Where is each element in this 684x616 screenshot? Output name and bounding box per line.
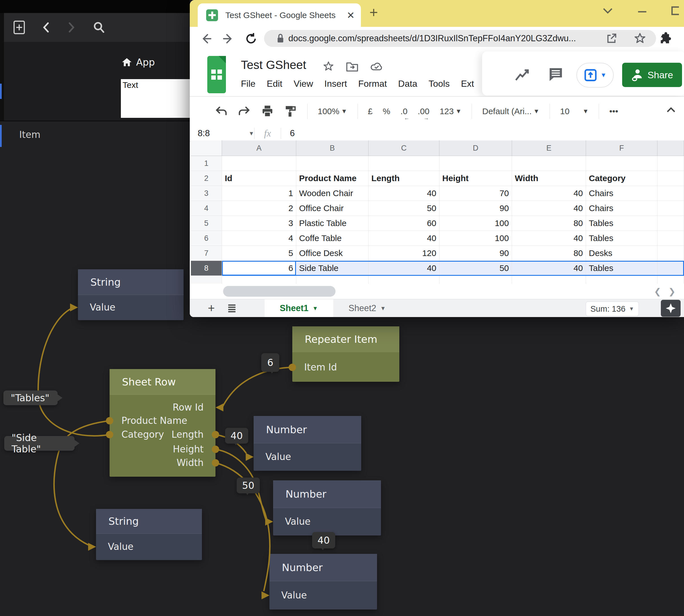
- share-page-icon[interactable]: [605, 32, 618, 45]
- cell-B7[interactable]: Office Desk: [296, 246, 368, 261]
- cell-G3[interactable]: [658, 186, 684, 201]
- name-box[interactable]: 8:8 ▼: [190, 128, 254, 138]
- cell-E[interactable]: [512, 276, 586, 284]
- comments-icon[interactable]: [548, 66, 564, 83]
- cell-C3[interactable]: 40: [368, 186, 439, 201]
- cell-D5[interactable]: 100: [439, 216, 512, 231]
- port-value[interactable]: Value: [273, 515, 381, 528]
- column-header-E[interactable]: E: [512, 140, 586, 156]
- menu-tools[interactable]: Tools: [428, 79, 450, 89]
- increase-decimals-button[interactable]: .00→: [418, 107, 430, 116]
- cell-D8[interactable]: 50: [439, 261, 512, 276]
- undo-icon[interactable]: [214, 105, 228, 117]
- row-header-7[interactable]: 7: [191, 246, 222, 261]
- sheet-tab-sheet2[interactable]: Sheet2▼: [333, 299, 401, 317]
- text-widget-preview[interactable]: Text: [121, 79, 191, 118]
- cell-E3[interactable]: 40: [512, 186, 586, 201]
- cell-D2[interactable]: Height: [439, 171, 512, 186]
- port-product-name[interactable]: Product Name: [110, 415, 215, 427]
- sheet-tab-sheet1[interactable]: Sheet1▼: [265, 299, 333, 317]
- cell-B3[interactable]: Wooden Chair: [296, 186, 368, 201]
- column-header-G[interactable]: [658, 140, 684, 156]
- cell-G2[interactable]: [658, 171, 684, 186]
- nav-back-icon[interactable]: [199, 32, 212, 45]
- insights-trend-icon[interactable]: [514, 67, 531, 83]
- cell-G1[interactable]: [658, 156, 684, 171]
- sheets-logo-icon[interactable]: [207, 56, 226, 93]
- node-sheet-row[interactable]: Sheet RowRow IdProduct NameCategoryLengt…: [110, 369, 215, 477]
- cell-B8[interactable]: Side Table: [296, 261, 368, 276]
- omnibox[interactable]: docs.google.com/spreadsheets/d/1D3IRuxIl…: [264, 30, 656, 47]
- print-icon[interactable]: [261, 105, 274, 118]
- port-row-id[interactable]: Row Id: [110, 401, 215, 414]
- menu-format[interactable]: Format: [358, 79, 387, 89]
- node-number-length[interactable]: NumberValue: [254, 416, 361, 471]
- format-percent-button[interactable]: %: [383, 107, 390, 116]
- cell-F[interactable]: [586, 276, 658, 284]
- port-item-id[interactable]: Item Id: [292, 361, 399, 374]
- cell-D4[interactable]: 90: [439, 201, 512, 216]
- app-breadcrumb[interactable]: App: [121, 57, 155, 68]
- row-header-5[interactable]: 5: [191, 216, 222, 231]
- port-height[interactable]: Height: [110, 443, 215, 456]
- row-header-3[interactable]: 3: [191, 186, 222, 201]
- cell-C[interactable]: [368, 276, 439, 284]
- collapse-toolbar-icon[interactable]: [665, 104, 677, 116]
- cell-G7[interactable]: [658, 246, 684, 261]
- cell-F4[interactable]: Chairs: [586, 201, 658, 216]
- move-folder-icon[interactable]: [346, 61, 359, 72]
- cell-E1[interactable]: [512, 156, 586, 171]
- component-list-item[interactable]: Item: [0, 127, 186, 142]
- cell-A1[interactable]: [222, 156, 296, 171]
- node-string-top[interactable]: StringValue: [78, 269, 184, 320]
- format-currency-button[interactable]: £: [368, 107, 373, 116]
- cell-D3[interactable]: 70: [439, 186, 512, 201]
- cell-C5[interactable]: 60: [368, 216, 439, 231]
- cell-A4[interactable]: 2: [222, 201, 296, 216]
- cell-E8[interactable]: 40: [512, 261, 586, 276]
- cell-B1[interactable]: [296, 156, 368, 171]
- cell-D6[interactable]: 100: [439, 231, 512, 246]
- scroll-left-icon[interactable]: ❮: [654, 287, 661, 296]
- cell-C7[interactable]: 120: [368, 246, 439, 261]
- forward-icon[interactable]: [67, 21, 76, 34]
- cell-F8[interactable]: Tables: [586, 261, 658, 276]
- menu-view[interactable]: View: [294, 79, 313, 89]
- cell-B[interactable]: [296, 276, 368, 284]
- cell-G[interactable]: [658, 276, 684, 284]
- share-button[interactable]: Share: [622, 63, 682, 87]
- menu-edit[interactable]: Edit: [267, 79, 282, 89]
- back-icon[interactable]: [41, 21, 51, 34]
- cell-B4[interactable]: Office Chair: [296, 201, 368, 216]
- decrease-decimals-button[interactable]: .0←: [401, 107, 408, 116]
- port-value[interactable]: Value: [78, 301, 184, 314]
- cell-E5[interactable]: 80: [512, 216, 586, 231]
- column-header-D[interactable]: D: [439, 140, 512, 156]
- nav-forward-icon[interactable]: [222, 32, 235, 45]
- explore-button[interactable]: [661, 300, 681, 317]
- cell-D1[interactable]: [439, 156, 512, 171]
- nav-reload-icon[interactable]: [245, 32, 257, 45]
- horizontal-scrollbar[interactable]: [223, 286, 336, 297]
- tab-close-icon[interactable]: ✕: [347, 9, 355, 21]
- cell-C1[interactable]: [368, 156, 439, 171]
- star-document-icon[interactable]: [322, 61, 334, 72]
- cell-C2[interactable]: Length: [368, 171, 439, 186]
- column-header-F[interactable]: F: [586, 140, 658, 156]
- row-header-2[interactable]: 2: [191, 171, 222, 186]
- menu-data[interactable]: Data: [398, 79, 417, 89]
- cell-A2[interactable]: Id: [222, 171, 296, 186]
- node-number-width[interactable]: NumberValue: [269, 554, 377, 610]
- window-minimize-icon[interactable]: [636, 5, 648, 16]
- cell-D[interactable]: [439, 276, 512, 284]
- cell-E4[interactable]: 40: [512, 201, 586, 216]
- cell-G8[interactable]: [658, 261, 684, 276]
- row-header-6[interactable]: 6: [191, 231, 222, 246]
- menu-file[interactable]: File: [241, 79, 256, 89]
- cell-G4[interactable]: [658, 201, 684, 216]
- column-header-A[interactable]: A: [222, 140, 296, 156]
- node-string-bottom[interactable]: StringValue: [96, 509, 202, 560]
- more-formats-button[interactable]: 123▼: [440, 107, 462, 116]
- formula-input[interactable]: 6: [290, 128, 295, 138]
- cell-C4[interactable]: 50: [368, 201, 439, 216]
